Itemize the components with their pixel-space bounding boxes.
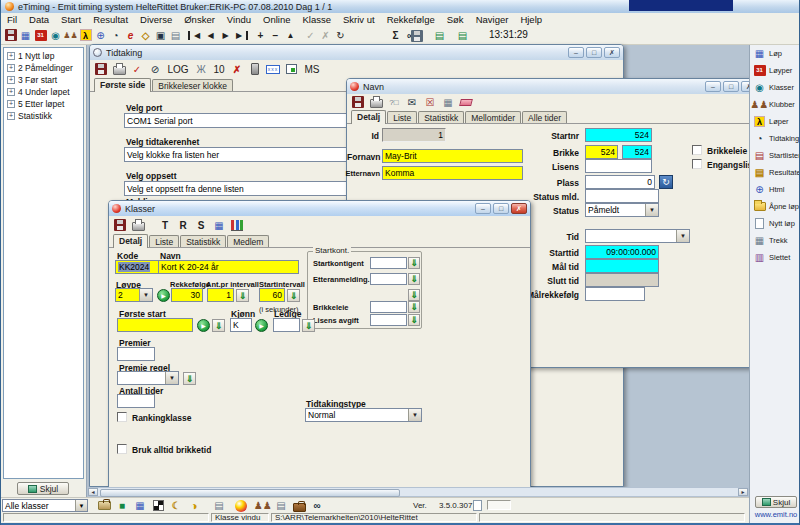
- panel-item-slettet[interactable]: ▥Slettet: [750, 249, 800, 266]
- log-button[interactable]: LOG: [166, 61, 190, 77]
- panel-item-html[interactable]: ⊕Html: [750, 181, 800, 198]
- tidtakingstype-select[interactable]: Normal ▼: [305, 408, 422, 422]
- panel-item-lop[interactable]: ▦Løp: [750, 45, 800, 62]
- check-icon[interactable]: ✓: [130, 61, 144, 77]
- panel-item-klubber[interactable]: ♟♟Klubber: [750, 96, 800, 113]
- block-icon[interactable]: ⊘: [148, 61, 162, 77]
- starttid-field[interactable]: 09:00:00.000: [585, 245, 659, 259]
- remove-icon[interactable]: −: [268, 27, 283, 43]
- dropdown-arrow-icon[interactable]: ▼: [645, 204, 658, 216]
- tab-medlem[interactable]: Medlem: [227, 235, 269, 247]
- menu-skriv-ut[interactable]: Skriv ut: [337, 13, 381, 26]
- help-icon[interactable]: ?□: [387, 94, 401, 110]
- refresh-icon[interactable]: ↻: [333, 27, 348, 43]
- panel-item-resultater[interactable]: ▤Resultater: [750, 164, 800, 181]
- nav-last-icon[interactable]: ▶: [233, 31, 248, 40]
- tab-statistikk[interactable]: Statistikk: [180, 235, 226, 247]
- tab-detalj[interactable]: Detalj: [351, 110, 386, 124]
- mail-icon[interactable]: ✉: [405, 94, 419, 110]
- courses-icon[interactable]: 31: [33, 27, 48, 43]
- tab-detalj[interactable]: Detalj: [113, 234, 148, 248]
- monitor-icon[interactable]: ▣: [153, 27, 168, 43]
- tab-forste-side[interactable]: Første side: [94, 78, 151, 92]
- recalc-place-button[interactable]: ↻: [659, 175, 673, 189]
- malrekkefolg-field[interactable]: [585, 287, 645, 301]
- apply-rental-button[interactable]: ⇓: [408, 301, 420, 313]
- save-icon[interactable]: [94, 61, 108, 77]
- panel-item-trekk[interactable]: ▦Trekk: [750, 232, 800, 249]
- menu-sok[interactable]: Søk: [441, 13, 470, 26]
- mdi-horizontal-scrollbar[interactable]: ◂ ▸: [87, 487, 749, 497]
- startnr-field[interactable]: 524: [585, 128, 652, 142]
- up-icon[interactable]: ▲: [283, 27, 298, 43]
- minimize-button[interactable]: –: [475, 203, 491, 214]
- klasser-titlebar[interactable]: Klasser – □ ✗: [109, 201, 530, 216]
- apply-prize-button[interactable]: ⇓: [183, 372, 196, 385]
- t-button[interactable]: T: [158, 217, 172, 233]
- expander-icon[interactable]: +: [7, 88, 15, 96]
- setup-select[interactable]: Velg et oppsett fra denne listen ▼: [124, 181, 360, 196]
- contrast-icon[interactable]: ◑: [186, 499, 202, 512]
- print-icon[interactable]: [112, 61, 126, 77]
- status-select[interactable]: Påmeldt ▼: [585, 203, 659, 217]
- tid-select[interactable]: ▼: [585, 229, 690, 243]
- green-list-icon[interactable]: ▤: [432, 28, 447, 44]
- stats-icon[interactable]: ▤: [211, 499, 227, 512]
- antpr-field[interactable]: 1: [207, 288, 234, 302]
- ten-button[interactable]: 10: [212, 61, 226, 77]
- tree-item-pameldinger[interactable]: +2 Påmeldinger: [4, 62, 83, 74]
- people-icon[interactable]: ♟♟: [255, 499, 271, 512]
- nav-prev-icon[interactable]: ◀: [203, 27, 218, 43]
- tree-item-for-start[interactable]: +3 Før start: [4, 74, 83, 86]
- panel-item-startlister[interactable]: ▤Startlister: [750, 147, 800, 164]
- panel-item-nytt-lop[interactable]: Nytt løp: [750, 215, 800, 232]
- device-select[interactable]: Velg klokke fra listen her ▼: [124, 147, 360, 162]
- apply-latefee-button[interactable]: ⇓: [408, 273, 420, 285]
- menu-start[interactable]: Start: [55, 13, 87, 26]
- startkontigent-field[interactable]: [370, 257, 407, 269]
- moon-icon[interactable]: ☾: [168, 499, 184, 512]
- ledige-field[interactable]: [273, 318, 300, 332]
- menu-data[interactable]: Data: [23, 13, 55, 26]
- tidtaking-titlebar[interactable]: Tidtaking – □ ✗: [90, 45, 623, 60]
- minimize-button[interactable]: –: [568, 47, 584, 58]
- ms-button[interactable]: MS: [302, 61, 322, 77]
- navn-titlebar[interactable]: Navn – □ ✗: [347, 79, 760, 94]
- hide-right-panel-button[interactable]: Skjul: [755, 496, 797, 508]
- apply-interval-button[interactable]: ⇓: [236, 289, 249, 302]
- restore-button[interactable]: □: [586, 47, 602, 58]
- etteranmelding-field[interactable]: [370, 273, 407, 285]
- etternavn-field[interactable]: Komma: [382, 166, 523, 180]
- expander-icon[interactable]: +: [7, 76, 15, 84]
- runner-icon[interactable]: λ: [78, 27, 93, 43]
- grid-icon[interactable]: ▦: [441, 94, 455, 110]
- save-icon[interactable]: [351, 94, 365, 110]
- lisens-field[interactable]: [585, 159, 652, 173]
- apply-start-button[interactable]: ⇓: [212, 319, 225, 332]
- maltid-field[interactable]: [585, 259, 659, 273]
- scroll-right-icon[interactable]: ▸: [738, 488, 748, 496]
- tree-item-under-lopet[interactable]: +4 Under løpet: [4, 86, 83, 98]
- rankingklasse-checkbox[interactable]: [117, 412, 127, 422]
- green-list2-icon[interactable]: ▤: [455, 28, 470, 44]
- panel-item-loper[interactable]: λLøper: [750, 113, 800, 130]
- battery-icon[interactable]: xxx: [266, 61, 280, 77]
- connector-icon[interactable]: Ж: [194, 61, 208, 77]
- add-icon[interactable]: +: [253, 27, 268, 43]
- notes-icon[interactable]: [96, 499, 112, 512]
- apply-free-button[interactable]: ⇓: [302, 319, 315, 332]
- r-button[interactable]: R: [176, 217, 190, 233]
- navn-field[interactable]: Kort K 20-24 år: [158, 260, 299, 274]
- pages-icon[interactable]: ▤: [168, 27, 183, 43]
- plass-field[interactable]: 0: [585, 175, 655, 189]
- ok-icon[interactable]: ✓: [303, 27, 318, 43]
- sum-icon[interactable]: Σ: [388, 27, 403, 43]
- lamp-icon[interactable]: ◇: [138, 27, 153, 43]
- menu-naviger[interactable]: Naviger: [470, 13, 515, 26]
- dropdown-arrow-icon[interactable]: ▼: [165, 372, 178, 384]
- classes-icon[interactable]: ◉: [48, 27, 63, 43]
- rekkefolge-field[interactable]: 30: [171, 288, 203, 302]
- close-button[interactable]: ✗: [511, 203, 527, 214]
- restore-button[interactable]: □: [493, 203, 509, 214]
- remove-person-icon[interactable]: ☒: [423, 94, 437, 110]
